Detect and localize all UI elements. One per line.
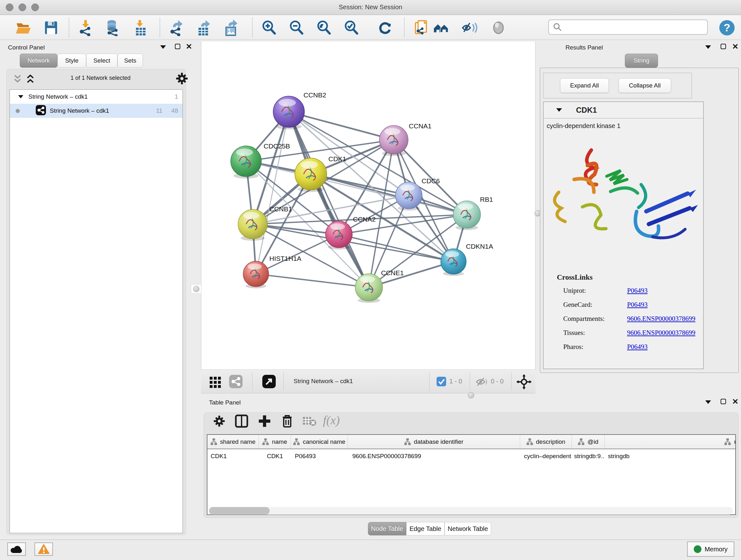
network-node-CCNB2[interactable]: CCNB2 [273, 91, 326, 129]
import-table-from-file-icon[interactable] [133, 19, 149, 36]
network-tree-row-selected[interactable]: String Network – cdk1 11 48 [10, 104, 183, 118]
memory-button[interactable]: Memory [687, 542, 734, 557]
export-image-icon[interactable] [223, 19, 240, 36]
import-network-from-file-icon[interactable] [77, 19, 94, 36]
network-node-RB1[interactable]: RB1 [453, 196, 493, 230]
warning-button[interactable] [35, 543, 53, 556]
control-panel-float-icon[interactable] [175, 44, 180, 49]
node-label-CCNA2: CCNA2 [353, 215, 376, 223]
table-row[interactable]: CDK1CDK1P064939606.ENSP00000378699cyclin… [207, 449, 735, 463]
section-collapse-icon[interactable] [556, 108, 562, 112]
tab-edge-table[interactable]: Edge Table [406, 522, 445, 536]
tree-collapse-icon[interactable] [18, 95, 23, 98]
export-table-icon[interactable] [196, 19, 212, 36]
control-panel-close-icon[interactable]: ✕ [186, 44, 192, 49]
add-column-icon[interactable] [258, 415, 271, 429]
table-panel-menu-icon[interactable] [705, 400, 711, 404]
table-options-gear-icon[interactable] [213, 415, 225, 428]
crosslink-link[interactable]: P06493 [627, 287, 648, 295]
node-label-CCNB1: CCNB1 [269, 205, 292, 212]
open-view-icon[interactable] [262, 375, 276, 389]
tab-network[interactable]: Network [20, 54, 57, 68]
zoom-selected-icon[interactable] [343, 19, 360, 36]
show-grid-icon[interactable] [209, 375, 222, 389]
eye-disabled-icon[interactable] [490, 19, 507, 36]
column-header-database-identifier[interactable]: database identifier [348, 435, 520, 449]
table-cell[interactable]: CDK1 [259, 453, 291, 460]
pan-crosshair-icon[interactable] [516, 374, 532, 391]
help-icon[interactable]: ? [719, 19, 735, 36]
table-cell[interactable]: stringdb [605, 453, 736, 460]
tab-sets[interactable]: Sets [118, 54, 143, 68]
hide-eye-icon[interactable] [461, 19, 478, 36]
results-panel-close-icon[interactable]: ✕ [732, 44, 738, 49]
zoom-out-icon[interactable] [288, 19, 305, 36]
network-collection-label: String Network – cdk1 [28, 93, 88, 100]
column-header-shared-name[interactable]: shared name [207, 435, 259, 449]
split-table-view-icon[interactable] [235, 415, 248, 429]
column-header-name[interactable]: name [259, 435, 291, 449]
zoom-in-icon[interactable] [261, 19, 278, 36]
network-edge[interactable] [256, 112, 289, 274]
string-view-icon[interactable] [229, 375, 243, 389]
home-icon[interactable] [433, 19, 449, 36]
expand-all-icon[interactable] [25, 73, 36, 85]
network-edge[interactable] [256, 274, 369, 287]
network-node-CDKN1A[interactable]: CDKN1A [441, 243, 493, 276]
table-horizontal-scrollbar[interactable] [209, 507, 733, 515]
tab-network-table[interactable]: Network Table [445, 522, 491, 536]
tab-style[interactable]: Style [57, 54, 86, 68]
export-network-icon[interactable] [169, 19, 185, 36]
column-header-canonical-name[interactable]: canonical name [291, 435, 348, 449]
table-cell[interactable]: stringdb:9... [572, 453, 605, 460]
network-options-gear-icon[interactable] [176, 72, 188, 86]
selected-checkbox-icon[interactable] [436, 377, 446, 388]
results-panel-float-icon[interactable] [721, 44, 726, 49]
expand-all-button[interactable]: Expand All [560, 78, 609, 93]
column-header-namespace[interactable]: namespace [605, 435, 736, 449]
crosslink-link[interactable]: 9606.ENSP00000378699 [627, 329, 695, 337]
network-edge[interactable] [339, 234, 454, 261]
tab-select[interactable]: Select [86, 54, 118, 68]
refresh-view-icon[interactable] [377, 19, 394, 36]
string-network-graph[interactable]: CCNB2CCNA1CDC25BCDK1CDC6RB1CCNB1CCNA2CDK… [201, 42, 535, 369]
clear-table-icon[interactable] [302, 416, 317, 428]
table-cell[interactable]: cyclin–dependent ... [520, 453, 572, 460]
open-session-icon[interactable] [15, 19, 32, 36]
collapse-all-icon[interactable] [12, 73, 23, 85]
network-tree-root-row[interactable]: String Network – cdk1 1 [10, 90, 183, 104]
save-session-icon[interactable] [43, 19, 59, 36]
column-header--id[interactable]: @id [572, 435, 605, 449]
network-node-CDK1[interactable]: CDK1 [295, 155, 346, 192]
collapse-all-button[interactable]: Collapse All [618, 78, 671, 93]
table-cell[interactable]: 9606.ENSP00000378699 [348, 453, 520, 460]
crosslink-link[interactable]: 9606.ENSP00000378699 [627, 315, 695, 323]
table-panel-float-icon[interactable] [721, 399, 726, 404]
function-builder-icon[interactable]: f(x) [323, 413, 340, 427]
results-panel-menu-icon[interactable] [705, 45, 711, 49]
network-edge[interactable] [256, 234, 339, 274]
left-splitter[interactable] [192, 42, 201, 540]
cdk1-section-header[interactable]: CDK1 [543, 102, 703, 118]
table-cell[interactable]: CDK1 [207, 453, 259, 460]
crosslink-link[interactable]: P06493 [627, 343, 648, 351]
network-canvas[interactable]: CCNB2CCNA1CDC25BCDK1CDC6RB1CCNB1CCNA2CDK… [201, 42, 536, 369]
right-splitter[interactable] [536, 42, 540, 396]
column-header-description[interactable]: description [520, 435, 572, 449]
left-splitter-handle[interactable] [191, 284, 202, 294]
search-input[interactable] [548, 19, 708, 35]
control-panel-menu-icon[interactable] [160, 45, 166, 49]
scrollbar-thumb[interactable] [209, 507, 270, 515]
cloud-button[interactable] [7, 543, 26, 556]
tab-node-table[interactable]: Node Table [368, 522, 406, 536]
hidden-eye-slash-icon[interactable] [475, 377, 488, 388]
zoom-fit-icon[interactable] [316, 19, 333, 36]
crosslink-link[interactable]: P06493 [627, 301, 648, 309]
table-cell[interactable]: P06493 [291, 453, 348, 460]
tab-string-results[interactable]: String [625, 54, 658, 68]
share-document-icon[interactable] [414, 19, 430, 36]
import-network-from-database-icon[interactable] [104, 19, 121, 36]
table-panel-close-icon[interactable]: ✕ [732, 399, 738, 404]
network-node-HIST1H1A[interactable]: HIST1H1A [243, 255, 301, 288]
delete-column-icon[interactable] [281, 414, 293, 429]
